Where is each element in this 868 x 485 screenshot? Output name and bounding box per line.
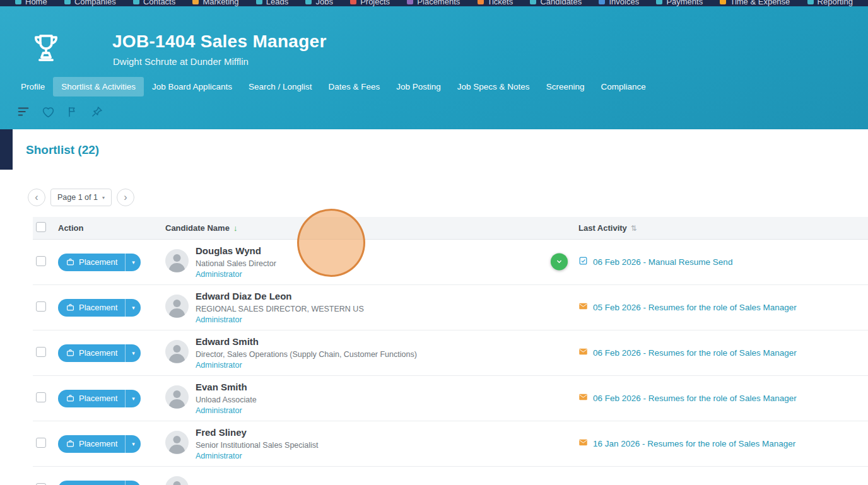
row-checkbox[interactable] (36, 438, 46, 448)
nav-label: Payments (666, 0, 703, 6)
placement-button[interactable]: Placement ▾ (58, 390, 141, 407)
nav-item-placements[interactable]: Placements (407, 0, 460, 6)
projects-icon (350, 0, 356, 4)
nav-item-tickets[interactable]: Tickets (478, 0, 513, 6)
marketing-icon (192, 0, 199, 4)
placement-dropdown-caret[interactable]: ▾ (125, 435, 141, 453)
nav-label: Contacts (143, 0, 175, 6)
flag-icon[interactable] (66, 105, 79, 119)
row-checkbox[interactable] (36, 347, 46, 357)
nav-label: Jobs (315, 0, 332, 6)
placement-button-label: Placement (79, 303, 117, 312)
email-icon (578, 347, 588, 359)
tab-job-board-applicants[interactable]: Job Board Applicants (144, 77, 240, 96)
candidate-job-title: Director, Sales Operations (Supply Chain… (196, 350, 417, 359)
page-select[interactable]: Page 1 of 1 ▾ (50, 189, 112, 206)
placements-icon (407, 0, 413, 4)
placement-dropdown-caret[interactable]: ▾ (125, 481, 141, 485)
nav-label: Tickets (488, 0, 513, 6)
tab-job-posting[interactable]: Job Posting (388, 77, 449, 96)
invoices-icon (599, 0, 605, 4)
tab-job-specs-notes[interactable]: Job Specs & Notes (449, 77, 538, 96)
payments-icon (656, 0, 662, 4)
tab-compliance[interactable]: Compliance (592, 77, 654, 96)
tab-shortlist-activities[interactable]: Shortlist & Activities (53, 77, 144, 96)
nav-item-projects[interactable]: Projects (350, 0, 390, 6)
nav-item-marketing[interactable]: Marketing (192, 0, 238, 6)
candidate-name: Edward Diaz De Leon (196, 291, 364, 303)
last-activity-link[interactable]: 06 Feb 2026 - Resumes for the role of Sa… (593, 394, 797, 403)
candidates-icon (530, 0, 536, 4)
expand-row-button[interactable] (551, 253, 568, 270)
briefcase-icon (66, 394, 74, 402)
nav-item-jobs[interactable]: Jobs (305, 0, 332, 6)
top-nav-bar: Home Companies Contacts Marketing Leads … (0, 0, 868, 6)
candidate-owner-link[interactable]: Administrator (196, 270, 276, 279)
tab-dates-fees[interactable]: Dates & Fees (320, 77, 388, 96)
trophy-icon (29, 30, 63, 68)
contacts-icon (133, 0, 139, 4)
row-checkbox[interactable] (36, 301, 46, 312)
placement-button[interactable]: Placement ▾ (58, 344, 141, 362)
leads-icon (256, 0, 262, 4)
candidate-owner-link[interactable]: Administrator (196, 406, 257, 415)
candidate-owner-link[interactable]: Administrator (196, 315, 364, 324)
placement-button[interactable]: Placement ▾ (58, 299, 141, 317)
placement-dropdown-caret[interactable]: ▾ (125, 254, 141, 271)
placement-button[interactable]: Placement ▾ (58, 481, 141, 485)
page-subtitle: Dwight Schrute at Dunder Mifflin (113, 56, 249, 67)
placement-dropdown-caret[interactable]: ▾ (125, 344, 141, 362)
tab-screening[interactable]: Screening (538, 77, 593, 96)
nav-item-candidates[interactable]: Candidates (530, 0, 582, 6)
placement-button-label: Placement (79, 348, 117, 358)
nav-item-leads[interactable]: Leads (256, 0, 288, 6)
candidate-name: Fred Sliney (196, 427, 319, 439)
nav-item-contacts[interactable]: Contacts (133, 0, 175, 6)
placement-dropdown-caret[interactable]: ▾ (125, 299, 141, 317)
nav-item-companies[interactable]: Companies (64, 0, 116, 6)
tab-profile[interactable]: Profile (13, 77, 53, 96)
email-icon (578, 301, 588, 313)
row-checkbox[interactable] (36, 392, 46, 402)
placement-button[interactable]: Placement ▾ (58, 254, 141, 271)
nav-item-time-expense[interactable]: Time & Expense (720, 0, 790, 6)
briefcase-icon (66, 303, 74, 312)
sort-descending-icon: ↓ (233, 223, 238, 233)
chevron-down-icon (555, 257, 563, 266)
nav-label: Home (25, 0, 47, 6)
column-header-last-activity[interactable]: Last Activity ⇅ (571, 223, 868, 233)
placement-button-label: Placement (79, 439, 117, 448)
last-activity-link[interactable]: 05 Feb 2026 - Resumes for the role of Sa… (593, 303, 797, 312)
nav-label: Companies (74, 0, 116, 6)
candidate-owner-link[interactable]: Administrator (196, 452, 319, 460)
nav-item-home[interactable]: Home (15, 0, 47, 6)
nav-item-invoices[interactable]: Invoices (599, 0, 639, 6)
last-activity-link[interactable]: 06 Feb 2026 - Manual Resume Send (593, 257, 732, 267)
briefcase-icon (66, 258, 74, 266)
last-activity-link[interactable]: 16 Jan 2026 - Resumes for the role of Sa… (593, 439, 795, 448)
nav-item-payments[interactable]: Payments (656, 0, 703, 6)
nav-label: Reporting (818, 0, 853, 6)
column-header-label: Candidate Name (165, 223, 230, 233)
row-checkbox[interactable] (36, 483, 46, 485)
nav-label: Marketing (202, 0, 238, 6)
heart-icon[interactable] (42, 105, 55, 119)
candidate-owner-link[interactable]: Administrator (196, 361, 417, 370)
placement-dropdown-caret[interactable]: ▾ (125, 390, 141, 407)
placement-button[interactable]: Placement ▾ (58, 435, 141, 453)
nav-item-reporting[interactable]: Reporting (807, 0, 853, 6)
last-activity-link[interactable]: 06 Feb 2026 - Resumes for the role of Sa… (593, 348, 797, 358)
select-all-checkbox[interactable] (36, 222, 46, 232)
tickets-icon (478, 0, 484, 4)
main-content: Shortlist (22) ‹ Page 1 of 1 ▾ › Action … (0, 129, 868, 485)
candidate-job-title: Senior Institutional Sales Specialist (196, 441, 319, 450)
next-page-button[interactable]: › (117, 189, 134, 206)
tab-search-longlist[interactable]: Search / Longlist (240, 77, 320, 96)
prev-page-button[interactable]: ‹ (28, 189, 45, 206)
companies-icon (64, 0, 71, 4)
column-header-candidate-name[interactable]: Candidate Name ↓ (165, 223, 571, 233)
list-menu-icon[interactable] (16, 105, 30, 119)
pin-icon[interactable] (90, 105, 103, 119)
table-row: Placement ▾ Edward Smith Director, Sales… (33, 330, 868, 376)
row-checkbox[interactable] (36, 256, 46, 266)
